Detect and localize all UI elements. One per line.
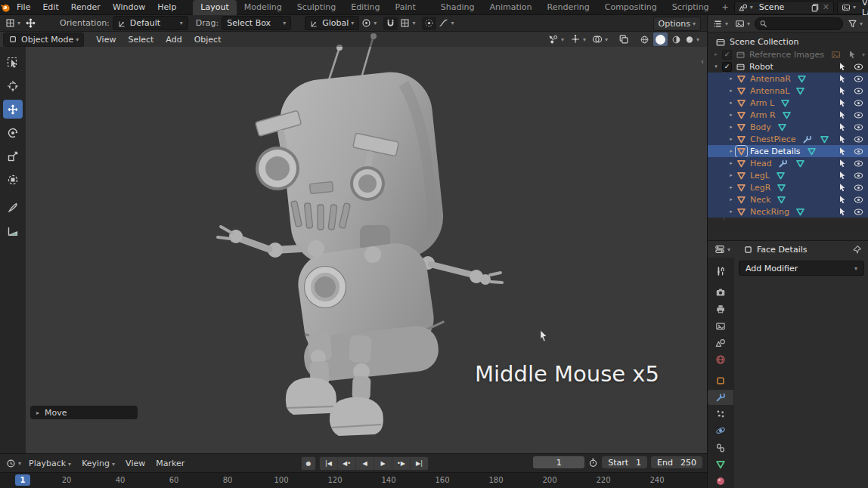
- collection-checkbox[interactable]: [722, 62, 732, 72]
- select-cursor-icon[interactable]: [838, 62, 847, 71]
- snap-target-dropdown[interactable]: [398, 17, 417, 30]
- active-tool-move-icon[interactable]: [23, 17, 39, 30]
- workspace-tab[interactable]: UV Editing: [343, 0, 387, 15]
- blender-logo-icon[interactable]: [0, 2, 11, 13]
- transform-tool[interactable]: [3, 170, 23, 189]
- properties-tab-particles[interactable]: [709, 406, 732, 422]
- annotate-tool[interactable]: [3, 198, 23, 217]
- outliner-item-label[interactable]: AntennaR: [750, 74, 791, 84]
- viewport-3d[interactable]: ‹: [0, 32, 707, 453]
- workspace-tab[interactable]: Scripting: [665, 0, 717, 15]
- shading-rendered-button[interactable]: [685, 32, 699, 46]
- proportional-editing-toggle[interactable]: [422, 17, 436, 30]
- outliner-row[interactable]: ▸ LegR: [708, 181, 868, 193]
- outliner-row[interactable]: ▸ Arm L: [708, 97, 868, 109]
- auto-keyframe-stopwatch-icon[interactable]: [588, 458, 598, 468]
- play-button[interactable]: ▶: [374, 457, 392, 470]
- select-cursor-icon[interactable]: [848, 50, 857, 59]
- select-cursor-icon[interactable]: [838, 147, 847, 156]
- hide-eye-icon[interactable]: [854, 74, 863, 84]
- outliner-row[interactable]: ▸ LegL: [708, 169, 868, 181]
- expand-toggle[interactable]: ▸: [727, 160, 735, 166]
- measure-tool[interactable]: [3, 221, 23, 240]
- jump-to-start-button[interactable]: |◀: [320, 457, 338, 470]
- outliner-row[interactable]: ▸ Arm R: [708, 109, 868, 121]
- hide-eye-icon[interactable]: [854, 86, 863, 96]
- expand-toggle[interactable]: ▸: [727, 208, 735, 215]
- menu-view[interactable]: View: [90, 35, 122, 45]
- snap-toggle[interactable]: [383, 17, 398, 30]
- select-cursor-icon[interactable]: [838, 98, 847, 107]
- scene-icon[interactable]: [737, 3, 755, 12]
- filter-funnel-dropdown[interactable]: [845, 17, 865, 30]
- shading-solid-button[interactable]: [653, 32, 668, 46]
- sidebar-collapse-arrow[interactable]: ‹: [701, 57, 704, 66]
- select-cursor-icon[interactable]: [838, 122, 847, 131]
- next-keyframe-button[interactable]: •▶: [392, 457, 411, 470]
- hide-eye-icon[interactable]: [854, 62, 863, 72]
- current-frame-field[interactable]: 1: [533, 456, 584, 468]
- play-reverse-button[interactable]: ◀: [356, 457, 374, 470]
- hide-eye-icon[interactable]: [854, 207, 863, 217]
- outliner-item-label[interactable]: Arm L: [750, 98, 774, 108]
- properties-tab-scene[interactable]: [709, 335, 732, 351]
- playhead-current-frame[interactable]: 1: [15, 474, 30, 486]
- outliner-item-label[interactable]: LegL: [750, 171, 770, 181]
- hide-eye-icon[interactable]: [854, 98, 863, 108]
- menu-edit[interactable]: Edit: [36, 0, 64, 15]
- select-cursor-icon[interactable]: [838, 159, 847, 168]
- hide-eye-icon[interactable]: [854, 171, 863, 181]
- select-cursor-icon[interactable]: [838, 171, 847, 180]
- outliner-row[interactable]: ▸ Neck: [708, 193, 868, 205]
- outliner-item-label[interactable]: Arm R: [750, 110, 776, 120]
- outliner-item-label[interactable]: Face Details: [750, 147, 801, 156]
- expand-toggle[interactable]: ▸: [727, 100, 735, 106]
- expand-toggle[interactable]: ▸: [727, 88, 735, 94]
- menu-object[interactable]: Object: [188, 35, 228, 45]
- outliner-item-label[interactable]: Head: [750, 159, 772, 168]
- hide-eye-icon[interactable]: [854, 134, 863, 144]
- menu-view-timeline[interactable]: View: [120, 459, 150, 468]
- outliner-filter-id-dropdown[interactable]: [733, 17, 752, 30]
- view-layer-name[interactable]: View Layer: [857, 0, 868, 17]
- copy-scene-icon[interactable]: [809, 3, 821, 12]
- properties-tab-tool[interactable]: [709, 264, 732, 279]
- menu-select[interactable]: Select: [122, 35, 160, 45]
- expand-toggle[interactable]: ▸: [727, 76, 735, 82]
- transform-orientation-dropdown[interactable]: Global: [305, 16, 359, 30]
- view-layer-icon[interactable]: [840, 3, 857, 12]
- outliner-row[interactable]: ▸ ChestPiece: [708, 133, 868, 145]
- workspace-tab[interactable]: Rendering: [540, 0, 597, 15]
- options-button[interactable]: Options: [653, 17, 701, 31]
- properties-tab-modifiers[interactable]: [708, 390, 733, 405]
- outliner-row[interactable]: ▸ Reference Images ▾: [708, 48, 868, 60]
- hide-eye-icon[interactable]: [854, 159, 863, 168]
- add-modifier-dropdown[interactable]: Add Modifier: [739, 261, 864, 276]
- select-cursor-icon[interactable]: [838, 183, 847, 192]
- drag-dropdown[interactable]: Select Box: [222, 16, 291, 30]
- outliner-item-label[interactable]: LegR: [750, 183, 770, 193]
- select-cursor-icon[interactable]: [838, 134, 847, 144]
- select-cursor-icon[interactable]: [838, 207, 847, 216]
- outliner-row[interactable]: ▸ Body: [708, 121, 868, 133]
- workspace-tab[interactable]: Layout: [193, 0, 236, 15]
- menu-add[interactable]: Add: [160, 35, 188, 45]
- workspace-tab[interactable]: Texture Paint: [388, 0, 433, 15]
- outliner-row[interactable]: ▸ AntennaR: [708, 73, 868, 85]
- pin-icon[interactable]: [850, 242, 864, 256]
- expand-toggle[interactable]: ▸: [727, 112, 735, 118]
- jump-to-end-button[interactable]: ▶|: [411, 457, 428, 470]
- outliner-row[interactable]: ▸ Head: [708, 157, 868, 169]
- outliner-row-scene-collection[interactable]: Scene Collection: [708, 36, 868, 48]
- properties-tab-world[interactable]: [709, 352, 732, 367]
- menu-help[interactable]: Help: [151, 0, 182, 15]
- workspace-tab[interactable]: Compositing: [597, 0, 665, 15]
- record-button[interactable]: ●: [301, 456, 316, 471]
- scale-tool[interactable]: [3, 147, 23, 165]
- outliner-row[interactable]: ▾ Robot: [708, 60, 868, 73]
- expand-toggle[interactable]: ▸: [727, 136, 735, 142]
- hide-eye-icon[interactable]: [854, 195, 863, 205]
- outliner-row[interactable]: ▸ Face Details: [708, 145, 868, 157]
- orientation-dropdown[interactable]: Default: [113, 16, 188, 30]
- properties-tab-object-data[interactable]: [709, 457, 732, 472]
